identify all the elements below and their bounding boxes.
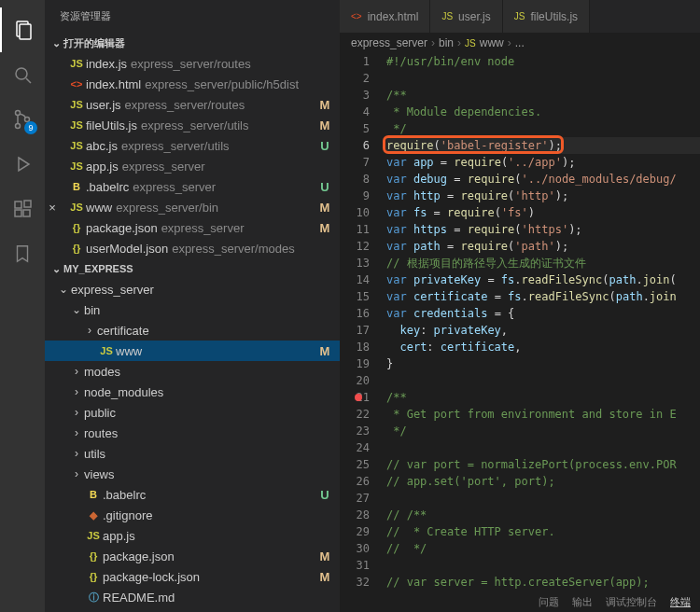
tree-item[interactable]: {}package.jsonM bbox=[45, 546, 340, 566]
code-line[interactable]: var credentials = { bbox=[386, 305, 700, 322]
file-icon: ◆ bbox=[84, 509, 103, 522]
open-editor-item[interactable]: B.babelrcexpress_serverU bbox=[45, 176, 340, 197]
code-line[interactable]: cert: certificate, bbox=[386, 339, 700, 355]
tree-item[interactable]: JSwwwM bbox=[45, 341, 340, 361]
code-line[interactable]: key: privateKey, bbox=[386, 322, 700, 339]
code-line[interactable]: */ bbox=[386, 423, 700, 439]
file-name: public bbox=[84, 406, 317, 420]
code-line[interactable]: var https = require('https'); bbox=[386, 221, 700, 238]
code-line[interactable]: // var port = normalizePort(process.env.… bbox=[386, 456, 700, 473]
search-icon[interactable] bbox=[0, 52, 45, 97]
open-editor-item[interactable]: JSuser.jsexpress_server/routesM bbox=[45, 94, 340, 115]
file-name: routes bbox=[84, 426, 317, 440]
debug-icon[interactable] bbox=[0, 142, 45, 187]
tree-item[interactable]: JSapp.js bbox=[45, 525, 340, 546]
line-gutter: 1234567891011121314151617181920212223242… bbox=[340, 53, 386, 612]
panel-tab-terminal[interactable]: 终端 bbox=[670, 595, 691, 609]
tree-item[interactable]: B.babelrcU bbox=[45, 484, 340, 505]
code-line[interactable]: var fs = require('fs') bbox=[386, 204, 700, 221]
tree-item[interactable]: ⌄bin bbox=[45, 299, 340, 320]
editor-tab[interactable]: JSuser.js bbox=[430, 0, 502, 33]
code-line[interactable]: /** bbox=[386, 87, 700, 104]
code-line[interactable]: } bbox=[386, 355, 700, 372]
open-editor-item[interactable]: JSfileUtils.jsexpress_server/utilsM bbox=[45, 115, 340, 135]
code-line[interactable]: var debug = require('../node_modules/deb… bbox=[386, 171, 700, 188]
file-icon: <> bbox=[351, 11, 362, 21]
git-status: M bbox=[317, 344, 332, 358]
code-line[interactable]: var certificate = fs.readFileSync(path.j… bbox=[386, 288, 700, 305]
file-name: www bbox=[86, 201, 112, 215]
close-icon[interactable]: × bbox=[45, 201, 60, 215]
code-editor[interactable]: 1234567891011121314151617181920212223242… bbox=[340, 53, 700, 612]
editor-tab[interactable]: <>index.html bbox=[340, 0, 430, 33]
tree-item[interactable]: {}package-lock.jsonM bbox=[45, 566, 340, 587]
open-editors-header[interactable]: ⌄ 打开的编辑器 bbox=[45, 33, 340, 53]
file-icon: JS bbox=[67, 140, 86, 151]
file-name: README.md bbox=[103, 591, 317, 605]
file-icon: B bbox=[84, 489, 103, 500]
open-editor-item[interactable]: JSapp.jsexpress_server bbox=[45, 156, 340, 176]
open-editor-item[interactable]: {}package.jsonexpress_serverM bbox=[45, 217, 340, 238]
panel-tab-problems[interactable]: 问题 bbox=[539, 595, 559, 609]
tree-item[interactable]: ›views bbox=[45, 464, 340, 484]
extensions-icon[interactable] bbox=[0, 187, 45, 231]
code-line[interactable]: * Module dependencies. bbox=[386, 104, 700, 120]
code-line[interactable]: // */ bbox=[386, 540, 700, 557]
tree-item[interactable]: ⌄express_server bbox=[45, 279, 340, 299]
file-name: utils bbox=[84, 447, 317, 461]
code-line[interactable]: #!/usr/bin/env node bbox=[386, 53, 700, 70]
editor-tab[interactable]: JSfileUtils.js bbox=[503, 0, 590, 33]
code-line[interactable]: var privateKey = fs.readFileSync(path.jo… bbox=[386, 271, 700, 288]
editor-tabs: <>index.htmlJSuser.jsJSfileUtils.js bbox=[340, 0, 700, 33]
code-line[interactable]: // 根据项目的路径导入生成的证书文件 bbox=[386, 255, 700, 271]
code-line[interactable]: // * Create HTTP server. bbox=[386, 523, 700, 540]
open-editor-item[interactable]: ×JSwwwexpress_server/binM bbox=[45, 197, 340, 217]
scm-icon[interactable]: 9 bbox=[0, 97, 45, 142]
panel-tabs: 问题 输出 调试控制台 终端 bbox=[529, 591, 700, 612]
tree-item[interactable]: ◆.gitignore bbox=[45, 505, 340, 525]
tree-item[interactable]: ›modes bbox=[45, 361, 340, 382]
code-line[interactable]: /** bbox=[386, 389, 700, 406]
open-editor-item[interactable]: <>index.htmlexpress_server/public/h5dist bbox=[45, 74, 340, 94]
code-line[interactable] bbox=[386, 557, 700, 574]
code-content[interactable]: #!/usr/bin/env node/** * Module dependen… bbox=[386, 53, 700, 612]
code-line[interactable] bbox=[386, 439, 700, 456]
code-line[interactable]: * Get port from environment and store in… bbox=[386, 406, 700, 423]
explorer-icon[interactable] bbox=[0, 7, 45, 52]
file-path: express_server/routes bbox=[125, 98, 317, 112]
code-line[interactable]: var http = require('http'); bbox=[386, 188, 700, 204]
file-path: express_server/public/h5dist bbox=[145, 77, 317, 91]
code-line[interactable]: // app.set('port', port); bbox=[386, 473, 700, 490]
code-line[interactable]: require('babel-register'); bbox=[386, 137, 700, 154]
code-line[interactable] bbox=[386, 70, 700, 87]
chevron-icon: › bbox=[69, 385, 84, 398]
tree-item[interactable]: ›utils bbox=[45, 443, 340, 464]
open-editor-item[interactable]: JSindex.jsexpress_server/routes bbox=[45, 53, 340, 74]
tree-item[interactable]: ›routes bbox=[45, 423, 340, 443]
file-path: express_server bbox=[161, 221, 317, 235]
tree-item[interactable]: ›public bbox=[45, 402, 340, 423]
open-editor-item[interactable]: JSabc.jsexpress_server/utilsU bbox=[45, 135, 340, 156]
open-editor-item[interactable]: {}userModel.jsonexpress_server/modes bbox=[45, 238, 340, 258]
tree-item[interactable]: ›certificate bbox=[45, 320, 340, 341]
breadcrumb[interactable]: express_server › bin › JS www › ... bbox=[340, 33, 700, 53]
tree-item[interactable]: ›node_modules bbox=[45, 382, 340, 402]
file-name: app.js bbox=[103, 529, 317, 543]
file-name: index.html bbox=[86, 77, 141, 91]
code-line[interactable] bbox=[386, 372, 700, 389]
file-name: package-lock.json bbox=[103, 570, 317, 584]
code-line[interactable]: // var server = http.createServer(app); bbox=[386, 574, 700, 591]
code-line[interactable]: */ bbox=[386, 120, 700, 137]
workspace-header[interactable]: ⌄ MY_EXPRESS bbox=[45, 258, 340, 279]
file-icon: JS bbox=[441, 11, 453, 21]
tree-item[interactable]: ⓘREADME.md bbox=[45, 587, 340, 607]
panel-tab-output[interactable]: 输出 bbox=[572, 595, 593, 609]
file-icon: JS bbox=[514, 11, 525, 21]
chevron-icon: › bbox=[69, 426, 84, 439]
panel-tab-debug[interactable]: 调试控制台 bbox=[606, 595, 657, 609]
code-line[interactable]: var app = require('../app'); bbox=[386, 154, 700, 171]
code-line[interactable]: // /** bbox=[386, 507, 700, 523]
bookmark-icon[interactable] bbox=[0, 231, 45, 276]
code-line[interactable]: var path = require('path'); bbox=[386, 238, 700, 255]
code-line[interactable] bbox=[386, 490, 700, 507]
